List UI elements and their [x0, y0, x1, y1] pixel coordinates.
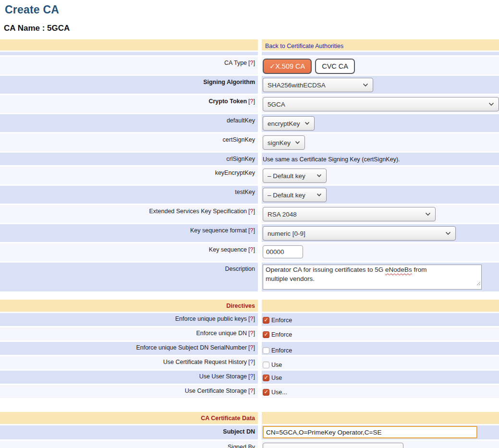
signed-by-select[interactable]: Self Signed	[263, 443, 403, 448]
row-signed-by: Signed By Self Signed	[0, 441, 499, 448]
header-spacer-cell	[0, 39, 258, 50]
ca-type-label: CA Type	[224, 60, 247, 66]
signing-algorithm-label: Signing Algorithm	[0, 76, 258, 94]
cvc-ca-button[interactable]: CVC CA	[315, 59, 355, 74]
chevron-down-icon	[488, 102, 494, 106]
row-enforce-unique-dn: Enforce unique DN[?] ✓Enforce	[0, 327, 499, 340]
signed-by-label: Signed By	[0, 441, 258, 448]
directives-section-title: Directives	[226, 303, 255, 309]
key-encrypt-key-select[interactable]: – Default key	[263, 169, 327, 183]
create-ca-page: Create CA CA Name : 5GCA Back to Certifi…	[0, 0, 499, 448]
row-enforce-unique-subject-dn-serialnumber: Enforce unique Subject DN SerialNumber[?…	[0, 342, 499, 355]
crl-sign-key-value: Use same as Certificate Signing Key (cer…	[263, 155, 400, 163]
chevron-down-icon	[316, 174, 322, 178]
default-key-select[interactable]: encryptKey	[263, 116, 315, 131]
extended-services-help-link[interactable]: [?]	[248, 208, 255, 215]
subject-dn-input[interactable]	[263, 426, 477, 438]
key-sequence-format-label: Key sequence format	[190, 227, 247, 234]
chevron-down-icon	[445, 231, 451, 235]
row-default-key: defaultKey encryptKey	[0, 114, 499, 132]
use-user-storage-checkbox[interactable]: ✓	[263, 375, 269, 381]
crypto-token-label: Crypto Token	[208, 98, 247, 105]
ca-certificate-data-table: CA Certificate Data Subject DN Signed By…	[0, 412, 499, 448]
back-to-certificate-authorities-link[interactable]: Back to Certificate Authorities	[265, 43, 343, 49]
crypto-token-select[interactable]: 5GCA	[263, 97, 499, 111]
row-key-sequence-format: Key sequence format[?] numeric [0-9]	[0, 224, 499, 242]
subject-dn-label: Subject DN	[0, 425, 258, 439]
help-link[interactable]: [?]	[248, 373, 255, 380]
row-cert-sign-key: certSignKey signKey	[0, 133, 499, 151]
chevron-down-icon	[304, 121, 310, 125]
key-sequence-format-select[interactable]: numeric [0-9]	[263, 226, 456, 241]
ca-type-help-link[interactable]: [?]	[248, 60, 255, 66]
ca-certificate-data-header-row: CA Certificate Data	[0, 412, 499, 424]
row-key-encrypt-key: keyEncryptKey – Default key	[0, 167, 499, 184]
ca-form-table: Back to Certificate Authorities CA Type[…	[0, 39, 499, 291]
help-link[interactable]: [?]	[248, 330, 255, 337]
help-link[interactable]: [?]	[248, 315, 255, 322]
description-label: Description	[0, 263, 258, 291]
cert-sign-key-select[interactable]: signKey	[263, 135, 305, 150]
key-sequence-label: Key sequence	[209, 246, 247, 253]
row-subject-dn: Subject DN	[0, 425, 499, 439]
ca-certificate-data-section-title: CA Certificate Data	[201, 415, 255, 422]
test-key-select[interactable]: – Default key	[263, 188, 327, 202]
help-link[interactable]: [?]	[248, 344, 255, 351]
row-enforce-unique-public-keys: Enforce unique public keys[?] ✓Enforce	[0, 313, 499, 326]
chevron-down-icon	[425, 212, 431, 216]
row-description: Description Operator CA for issuing cert…	[0, 263, 499, 291]
use-certificate-storage-checkbox[interactable]: ✓	[263, 389, 269, 396]
row-ca-type: CA Type[?] ✓X.509 CACVC CA	[0, 57, 499, 74]
page-title: Create CA	[5, 3, 499, 16]
test-key-label: testKey	[0, 186, 258, 204]
crl-sign-key-label: crlSignKey	[0, 153, 258, 165]
ca-name-heading: CA Name : 5GCA	[4, 24, 499, 33]
row-signing-algorithm: Signing Algorithm SHA256withECDSA	[0, 76, 499, 94]
key-encrypt-key-label: keyEncryptKey	[0, 167, 258, 184]
row-use-certificate-request-history: Use Certificate Request History[?] Use	[0, 356, 499, 369]
use-certificate-request-history-checkbox[interactable]	[263, 362, 269, 368]
x509-ca-button[interactable]: ✓X.509 CA	[263, 59, 312, 74]
key-sequence-help-link[interactable]: [?]	[248, 246, 255, 253]
default-key-label: defaultKey	[0, 114, 258, 132]
resize-handle-icon[interactable]	[476, 279, 481, 289]
signing-algorithm-select[interactable]: SHA256withECDSA	[263, 78, 373, 92]
row-key-sequence: Key sequence[?]	[0, 243, 499, 261]
cert-sign-key-label: certSignKey	[0, 133, 258, 151]
directives-table: Directives Enforce unique public keys[?]…	[0, 300, 499, 398]
enforce-unique-public-keys-checkbox[interactable]: ✓	[263, 317, 269, 324]
extended-services-key-spec-label: Extended Services Key Specification	[149, 208, 247, 215]
description-textarea[interactable]: Operator CA for issuing certificates to …	[263, 265, 482, 290]
enforce-unique-dn-checkbox[interactable]: ✓	[263, 331, 269, 338]
row-use-user-storage: Use User Storage[?] ✓Use	[0, 371, 499, 384]
row-crypto-token: Crypto Token[?] 5GCA	[0, 95, 499, 113]
chevron-down-icon	[363, 83, 368, 87]
key-sequence-format-help-link[interactable]: [?]	[248, 227, 255, 234]
misspelled-word: eNodeBs	[385, 266, 412, 273]
spacer-row	[0, 52, 499, 55]
table-header-row: Back to Certificate Authorities	[0, 39, 499, 50]
header-link-cell: Back to Certificate Authorities	[262, 39, 499, 50]
chevron-down-icon	[295, 141, 300, 145]
row-extended-services-key-spec: Extended Services Key Specification[?] R…	[0, 205, 499, 223]
directives-header-row: Directives	[0, 300, 499, 312]
chevron-down-icon	[316, 193, 322, 197]
row-crl-sign-key: crlSignKey Use same as Certificate Signi…	[0, 153, 499, 165]
crypto-token-help-link[interactable]: [?]	[248, 98, 255, 105]
enforce-unique-subject-dn-serialnumber-checkbox[interactable]	[263, 347, 269, 354]
row-use-certificate-storage: Use Certificate Storage[?] ✓Use...	[0, 385, 499, 398]
key-sequence-input[interactable]	[263, 245, 303, 258]
help-link[interactable]: [?]	[248, 387, 255, 394]
extended-services-key-spec-select[interactable]: RSA 2048	[263, 207, 436, 221]
help-link[interactable]: [?]	[248, 359, 255, 365]
row-test-key: testKey – Default key	[0, 186, 499, 204]
